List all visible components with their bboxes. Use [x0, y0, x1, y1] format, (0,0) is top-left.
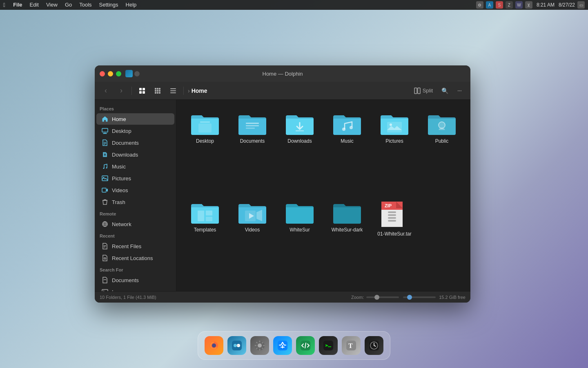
- file-whitesur-label: WhiteSur: [290, 227, 310, 233]
- sidebar-pictures-label: Pictures: [112, 175, 131, 182]
- svg-point-68: [258, 343, 262, 348]
- toolbar-separator-2: [183, 87, 184, 95]
- sidebar-item-desktop[interactable]: Desktop: [96, 125, 174, 137]
- svg-rect-13: [170, 88, 176, 89]
- dolphin-window: Home — Dolphin ‹ ›: [95, 65, 470, 303]
- file-item-desktop[interactable]: Desktop: [183, 106, 227, 192]
- sidebar-item-recent-files[interactable]: Recent Files: [96, 240, 174, 252]
- sidebar-recent-label: Recent: [95, 230, 176, 240]
- toolbar: ‹ ›: [95, 82, 470, 100]
- sidebar-item-music[interactable]: Music: [96, 161, 174, 172]
- dock-script-editor-icon[interactable]: [296, 336, 315, 355]
- dock-clock-icon[interactable]: [365, 336, 383, 355]
- titlebar: Home — Dolphin: [95, 65, 470, 82]
- sidebar-downloads-label: Downloads: [112, 152, 138, 158]
- menu-tools[interactable]: Tools: [76, 0, 94, 10]
- sidebar-item-home[interactable]: Home: [96, 113, 174, 125]
- sidebar-item-search-images[interactable]: Images: [96, 286, 174, 291]
- recent-locations-icon: [101, 254, 109, 262]
- svg-rect-0: [139, 88, 142, 90]
- file-whitesur-dark-label: WhiteSur-dark: [332, 227, 363, 233]
- svg-rect-8: [157, 90, 158, 92]
- archive-icon: ZIP: [380, 200, 409, 229]
- dock-typora-icon[interactable]: T: [342, 336, 361, 355]
- folder-videos-icon: [238, 200, 267, 224]
- sidebar-search-documents-label: Documents: [112, 277, 139, 283]
- file-item-documents[interactable]: Documents: [230, 106, 274, 192]
- close-button[interactable]: [100, 71, 105, 76]
- svg-rect-5: [157, 88, 158, 90]
- forward-button[interactable]: ›: [115, 85, 127, 97]
- file-item-pictures[interactable]: Pictures: [372, 106, 416, 192]
- menu-edit[interactable]: Edit: [27, 0, 42, 10]
- breadcrumb-home-label[interactable]: Home: [192, 88, 207, 94]
- sidebar-trash-label: Trash: [112, 199, 125, 205]
- file-item-whitesur-dark[interactable]: WhiteSur-dark: [325, 195, 369, 285]
- view-list-button[interactable]: [167, 85, 179, 97]
- svg-rect-16: [414, 88, 417, 94]
- sidebar-item-documents[interactable]: Documents: [96, 137, 174, 148]
- menu-settings[interactable]: Settings: [96, 0, 121, 10]
- search-button[interactable]: 🔍: [439, 85, 451, 97]
- dock-system-prefs-icon[interactable]: [250, 336, 269, 355]
- file-item-downloads[interactable]: Downloads: [278, 106, 322, 192]
- file-public-label: Public: [435, 138, 449, 145]
- file-item-whitesur[interactable]: WhiteSur: [278, 195, 322, 285]
- folder-whitesur-icon: [285, 200, 314, 224]
- svg-rect-14: [170, 90, 176, 91]
- svg-rect-52: [206, 211, 212, 215]
- svg-rect-17: [418, 88, 420, 94]
- sidebar-item-downloads[interactable]: Downloads: [96, 149, 174, 160]
- dock-firefox-icon[interactable]: [205, 336, 223, 355]
- traffic-lights: [100, 71, 121, 76]
- music-icon: [101, 163, 109, 170]
- file-item-music[interactable]: Music: [325, 106, 369, 192]
- split-button[interactable]: Split: [411, 86, 436, 96]
- svg-rect-4: [155, 88, 156, 90]
- view-compact-button[interactable]: [151, 85, 164, 97]
- zoom-thumb[interactable]: [374, 295, 379, 300]
- menu-view[interactable]: View: [43, 0, 60, 10]
- menu-go[interactable]: Go: [62, 0, 75, 10]
- zoom-thumb-right[interactable]: [407, 295, 412, 300]
- file-item-videos[interactable]: Videos: [230, 195, 274, 285]
- maximize-button[interactable]: [116, 71, 121, 76]
- sidebar-remote-label: Remote: [95, 208, 176, 218]
- menubar-time: 8:21 AM: [537, 2, 555, 8]
- dock-appstore-icon[interactable]: [273, 336, 292, 355]
- toolbar-separator-1: [131, 87, 132, 95]
- svg-text:T: T: [348, 342, 353, 349]
- sidebar-item-recent-locations[interactable]: Recent Locations: [96, 252, 174, 264]
- file-item-public[interactable]: Public: [420, 106, 464, 192]
- dock-finder-icon[interactable]: [227, 336, 246, 355]
- sidebar-item-trash[interactable]: Trash: [96, 196, 174, 208]
- sidebar-search-label: Search For: [95, 264, 176, 274]
- file-downloads-label: Downloads: [287, 138, 312, 145]
- dock-terminal-icon[interactable]: [319, 336, 338, 355]
- sidebar-item-videos[interactable]: Videos: [96, 184, 174, 196]
- sidebar-item-network[interactable]: Network: [96, 218, 174, 230]
- svg-rect-11: [157, 92, 158, 94]
- menu-help[interactable]: Help: [123, 0, 140, 10]
- sidebar-item-search-documents[interactable]: Documents: [96, 274, 174, 286]
- svg-point-50: [439, 122, 445, 128]
- file-pictures-label: Pictures: [385, 138, 403, 145]
- view-icons-button[interactable]: [136, 85, 148, 97]
- menu-file[interactable]: File: [10, 0, 25, 10]
- sidebar-item-pictures[interactable]: Pictures: [96, 173, 174, 184]
- svg-rect-7: [155, 90, 156, 92]
- search-images-icon: [101, 288, 109, 291]
- menubar-left:  File Edit View Go Tools Settings Help: [3, 0, 139, 10]
- minimize-button[interactable]: [108, 71, 113, 76]
- menubar-icon-battery: ▭: [577, 1, 585, 9]
- sidebar-documents-label: Documents: [112, 140, 139, 146]
- zoom-slider-left[interactable]: [366, 296, 399, 298]
- zoom-slider-right[interactable]: [403, 296, 436, 298]
- back-button[interactable]: ‹: [100, 85, 112, 97]
- file-item-archive[interactable]: ZIP 01-WhiteSur.tar: [372, 195, 416, 285]
- statusbar-info: 10 Folders, 1 File (41.3 MiB): [100, 295, 351, 300]
- more-button[interactable]: ···: [453, 85, 466, 97]
- sidebar-desktop-label: Desktop: [112, 128, 131, 134]
- app-dot: [134, 71, 140, 76]
- file-item-templates[interactable]: Templates: [183, 195, 227, 285]
